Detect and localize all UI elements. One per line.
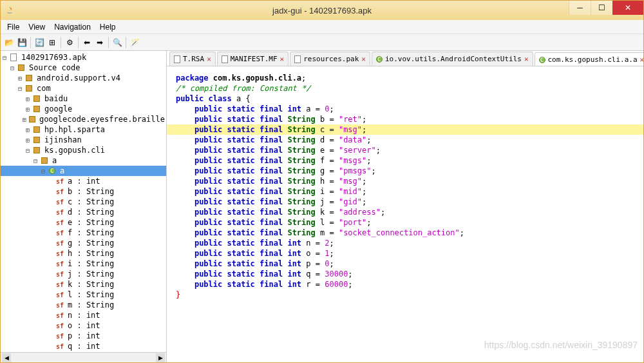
back-button[interactable]: ⬅ [81,37,93,48]
tree-node[interactable]: ⊞hp.hpl.sparta [1,124,166,135]
editor-tab[interactable]: T.RSA✕ [169,52,216,66]
search-button[interactable]: 🔍 [111,37,123,48]
java-icon [5,5,15,15]
maximize-button[interactable]: ☐ [591,1,612,15]
file-icon [222,55,228,63]
tree-node[interactable]: ⊟com [1,83,166,93]
toolbar-separator [78,37,79,48]
close-button[interactable]: ✕ [612,1,643,15]
editor-tab[interactable]: Ccom.ks.gopush.cli.a.a✕ [535,52,645,66]
content-area: T.RSA✕MANIFEST.MF✕resources.pak✕Cio.vov.… [167,51,644,362]
minimize-button[interactable]: ─ [569,1,591,15]
tree-node[interactable]: sfm : String [1,300,166,310]
settings-button[interactable]: ⚙ [64,37,75,48]
tree-node[interactable]: sfk : String [1,279,166,289]
tree-node[interactable]: ⊞android.support.v4 [1,73,166,83]
tree-node[interactable]: ⊟ks.gopush.cli [1,145,166,155]
tree-node[interactable]: sfg : String [1,238,166,248]
tab-label: MANIFEST.MF [231,55,278,63]
tree-node[interactable]: sfd : String [1,207,166,217]
tab-close-button[interactable]: ✕ [640,55,644,64]
menu-view[interactable]: View [24,21,49,33]
tree-node[interactable]: sfi : String [1,259,166,269]
file-icon [294,55,301,63]
menu-navigation[interactable]: Navigation [50,21,95,33]
tab-close-button[interactable]: ✕ [361,55,366,63]
tree-node[interactable]: ⊟a [1,155,166,166]
tab-label: com.ks.gopush.cli.a.a [548,55,638,64]
save-button[interactable]: 💾 [16,37,28,48]
wand-button[interactable]: 🪄 [129,37,140,48]
class-icon: C [376,56,383,63]
tree-node[interactable]: ⊞baidu [1,93,166,104]
toolbar: 📂 💾 🔄 ⊞ ⚙ ⬅ ➡ 🔍 🪄 [1,34,643,51]
scroll-left-button[interactable]: ◀ [2,353,11,362]
watermark: https://blog.csdn.net/weixin_39190897 [484,340,638,350]
editor-tab[interactable]: Cio.vov.utils.AndroidContextUtils✕ [372,52,533,66]
tree-node[interactable]: ⊟Source code [1,63,166,73]
sync-button[interactable]: 🔄 [33,37,45,48]
menu-file[interactable]: File [3,21,23,33]
tree-node[interactable]: sfh : String [1,248,166,259]
tree-node[interactable]: sfo : int [1,320,166,331]
titlebar: jadx-gui - 1402917693.apk ─ ☐ ✕ [1,1,643,20]
open-file-button[interactable]: 📂 [3,37,15,48]
tree-node[interactable]: ⊞ijinshan [1,135,166,145]
tab-label: io.vov.utils.AndroidContextUtils [385,55,522,63]
tree-node[interactable]: sfp : int [1,331,166,341]
tree-node[interactable]: sfj : String [1,269,166,279]
tree-node[interactable]: sfl : String [1,289,166,300]
expand-button[interactable]: ⊞ [46,37,58,48]
tree-node[interactable]: sfq : int [1,341,166,351]
menu-help[interactable]: Help [96,21,120,33]
editor-tabs: T.RSA✕MANIFEST.MF✕resources.pak✕Cio.vov.… [167,51,644,66]
class-icon: C [539,57,545,63]
tree-node[interactable]: sff : String [1,228,166,238]
tab-close-button[interactable]: ✕ [207,55,211,63]
tree-node[interactable]: sfe : String [1,217,166,228]
tree-node[interactable]: ⊞googlecode.eyesfree.braille [1,114,166,124]
tree-node[interactable]: ⊟1402917693.apk [1,52,166,63]
toolbar-separator [30,37,31,48]
editor-tab[interactable]: resources.pak✕ [290,52,370,66]
code-editor[interactable]: package com.ks.gopush.cli.a;/* compiled … [167,66,644,362]
tree-node[interactable]: sfa : int [1,176,166,186]
tab-close-button[interactable]: ✕ [280,55,285,63]
forward-button[interactable]: ➡ [94,37,106,48]
tab-close-button[interactable]: ✕ [524,55,529,63]
tree-node[interactable]: sfb : String [1,186,166,197]
horizontal-scrollbar[interactable]: ◀ ▶ [1,352,166,362]
tab-label: T.RSA [183,55,204,63]
editor-tab[interactable]: MANIFEST.MF✕ [217,52,289,66]
tree-node[interactable]: ⊟Ca [1,166,166,176]
tab-label: resources.pak [303,55,359,63]
sidebar: ⊟1402917693.apk⊟Source code⊞android.supp… [1,51,167,362]
window-title: jadx-gui - 1402917693.apk [272,6,372,15]
tree-node[interactable]: sfc : String [1,197,166,207]
project-tree[interactable]: ⊟1402917693.apk⊟Source code⊞android.supp… [1,51,166,352]
toolbar-separator [61,37,61,48]
tree-node[interactable]: sfn : int [1,310,166,320]
tree-node[interactable]: ⊞google [1,104,166,114]
menubar: File View Navigation Help [1,20,643,34]
file-icon [174,55,180,63]
toolbar-separator [108,37,109,48]
scroll-right-button[interactable]: ▶ [156,353,165,362]
toolbar-separator [126,37,126,48]
